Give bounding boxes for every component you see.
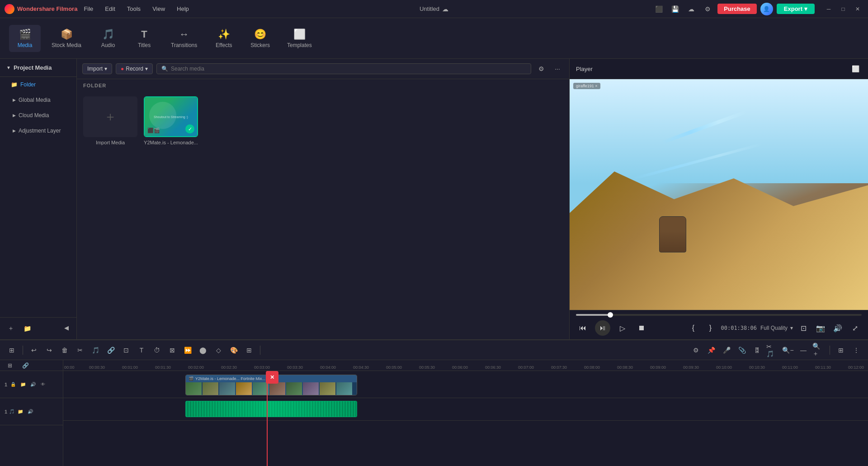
menu-edit[interactable]: Edit	[103, 5, 117, 13]
cloud-save-icon[interactable]: ☁	[685, 3, 698, 15]
sidebar-item-folder[interactable]: 📁 Folder	[5, 77, 76, 92]
marker-btn[interactable]: 📌	[705, 344, 717, 357]
record-button[interactable]: ● Record ▾	[116, 63, 153, 74]
search-input[interactable]	[171, 66, 526, 72]
step-back-button[interactable]: ⏮	[576, 321, 590, 335]
volume-icon[interactable]: 🔊	[831, 321, 844, 335]
sidebar-folder-button[interactable]: 📁	[21, 322, 33, 335]
save-icon[interactable]: 💾	[669, 3, 681, 15]
more-options-icon[interactable]: ···	[551, 62, 564, 75]
sidebar-add-button[interactable]: ＋	[5, 322, 17, 335]
sidebar-item-adjustment-layer[interactable]: ▶ Adjustment Layer	[0, 123, 76, 138]
import-media-item[interactable]: ＋ Import Media	[83, 96, 137, 335]
color-button[interactable]: 🎨	[227, 344, 240, 357]
screenshot-icon[interactable]: 📷	[814, 321, 827, 335]
text-button[interactable]: T	[135, 344, 148, 357]
crop-button[interactable]: ⊡	[120, 344, 132, 357]
player-expand-icon[interactable]: ⬜	[849, 62, 862, 75]
add-clip-btn[interactable]: ⊞	[4, 360, 16, 372]
mark-in-button[interactable]: {	[686, 321, 700, 335]
settings-icon[interactable]: ⚙	[701, 3, 714, 15]
clip-btn[interactable]: 📎	[736, 344, 748, 357]
toolbar-stock-media[interactable]: 📦 Stock Media	[45, 25, 88, 52]
purchase-button[interactable]: Purchase	[717, 4, 757, 14]
layout-icon[interactable]: ⬛	[652, 3, 665, 15]
transform-button[interactable]: ⊠	[166, 344, 179, 357]
video-eye-icon[interactable]: 👁	[39, 380, 47, 389]
toolbar-audio[interactable]: 🎵 Audio	[92, 25, 124, 52]
more-btn[interactable]: ⋮	[850, 344, 863, 357]
ruler-mark-15: 00:07:30	[550, 365, 583, 370]
filter-icon[interactable]: ⚙	[535, 62, 547, 75]
expand-icon: ▶	[13, 98, 16, 102]
redo-button[interactable]: ↪	[43, 344, 56, 357]
player-progress-bar[interactable]	[576, 314, 862, 316]
timer-button[interactable]: ⏱	[151, 344, 163, 357]
ruler-mark-11: 00:05:30	[418, 365, 451, 370]
export-button[interactable]: Export ▾	[777, 4, 815, 14]
audio-waveform-clip[interactable]	[185, 401, 357, 417]
y2mate-media-item[interactable]: Shoutout to Streaming :) ⬛🎬 ✓ Y2Mate.is …	[144, 96, 198, 335]
menu-view[interactable]: View	[151, 5, 167, 13]
link-btn[interactable]: 🔗	[19, 360, 32, 372]
sidebar-item-global-media[interactable]: ▶ Global Media	[0, 92, 76, 108]
main-toolbar: 🎬 Media 📦 Stock Media 🎵 Audio T Titles ↔…	[0, 18, 868, 59]
zoom-in-btn[interactable]: 🔍＋	[812, 344, 825, 357]
fullscreen-icon[interactable]: ⤢	[848, 321, 862, 335]
import-button[interactable]: Import ▾	[82, 63, 112, 74]
toolbar-effects[interactable]: ✨ Effects	[208, 25, 240, 52]
audio-folder-icon[interactable]: 📁	[16, 408, 24, 416]
global-media-label: Global Media	[19, 97, 51, 103]
play-pause-button[interactable]: ⏯	[595, 320, 610, 336]
quality-selector[interactable]: Full Quality ▾	[760, 325, 793, 331]
timeline-ruler[interactable]: 00:00 00:00:30 00:01:00 00:01:30 00:02:0…	[63, 360, 868, 371]
y2mate-media-thumb[interactable]: Shoutout to Streaming :) ⬛🎬 ✓	[144, 96, 198, 137]
merge-button[interactable]: ⊞	[243, 344, 255, 357]
undo-button[interactable]: ↩	[28, 344, 40, 357]
playhead-marker[interactable]: ✕	[266, 371, 278, 384]
fit-screen-icon[interactable]: ⊡	[797, 321, 810, 335]
zoom-out-btn[interactable]: 🔍−	[782, 344, 794, 357]
search-box[interactable]: 🔍	[156, 63, 531, 74]
video-mute-icon[interactable]: 🔊	[29, 380, 37, 389]
grid-view-btn[interactable]: ⊞	[835, 344, 847, 357]
toolbar-transitions[interactable]: ↔ Transitions	[165, 25, 203, 52]
audio-button[interactable]: 🎵	[89, 344, 102, 357]
cut-button[interactable]: ✂	[74, 344, 86, 357]
stop-button[interactable]: ⏹	[635, 321, 648, 335]
ruler-mark-9: 00:04:30	[352, 365, 385, 370]
close-button[interactable]: ✕	[852, 3, 863, 15]
sidebar-item-cloud-media[interactable]: ▶ Cloud Media	[0, 108, 76, 123]
audio-mix-btn[interactable]: 🎛	[751, 344, 764, 357]
maximize-button[interactable]: □	[837, 3, 849, 15]
step-forward-button[interactable]: ▷	[616, 321, 629, 335]
mark-out-button[interactable]: }	[703, 321, 717, 335]
mask-button[interactable]: ◇	[212, 344, 225, 357]
extend-button[interactable]: ⬤	[197, 344, 209, 357]
minimize-button[interactable]: ─	[823, 3, 835, 15]
menu-tools[interactable]: Tools	[125, 5, 142, 13]
speed-button[interactable]: ⏩	[181, 344, 194, 357]
import-media-thumb[interactable]: ＋	[83, 96, 137, 137]
delete-button[interactable]: 🗑	[58, 344, 71, 357]
settings-btn[interactable]: ⚙	[689, 344, 702, 357]
toolbar-media[interactable]: 🎬 Media	[9, 25, 41, 52]
split-audio-btn[interactable]: ✂🎵	[766, 344, 779, 357]
toolbar-templates[interactable]: ⬜ Templates	[281, 25, 318, 52]
clip-frame-9	[320, 382, 335, 395]
video-folder-icon[interactable]: 📁	[19, 380, 27, 389]
quality-label: Full Quality	[760, 325, 788, 331]
voiceover-btn[interactable]: 🎤	[720, 344, 733, 357]
video-lock-icon[interactable]: 🔒	[9, 380, 17, 389]
toolbar-stickers[interactable]: 😊 Stickers	[244, 25, 276, 52]
connection-button[interactable]: 🔗	[104, 344, 117, 357]
user-avatar[interactable]: 👤	[760, 3, 773, 15]
playhead[interactable]	[267, 371, 268, 466]
timeline-add-track-button[interactable]: ⊞	[5, 344, 18, 357]
audio-mute-icon[interactable]: 🔊	[26, 408, 34, 416]
menu-file[interactable]: File	[82, 5, 95, 13]
menu-help[interactable]: Help	[175, 5, 191, 13]
app-logo: Wondershare Filmora	[5, 4, 77, 14]
sidebar-collapse-button[interactable]: ◀	[61, 322, 72, 333]
toolbar-titles[interactable]: T Titles	[128, 25, 160, 52]
